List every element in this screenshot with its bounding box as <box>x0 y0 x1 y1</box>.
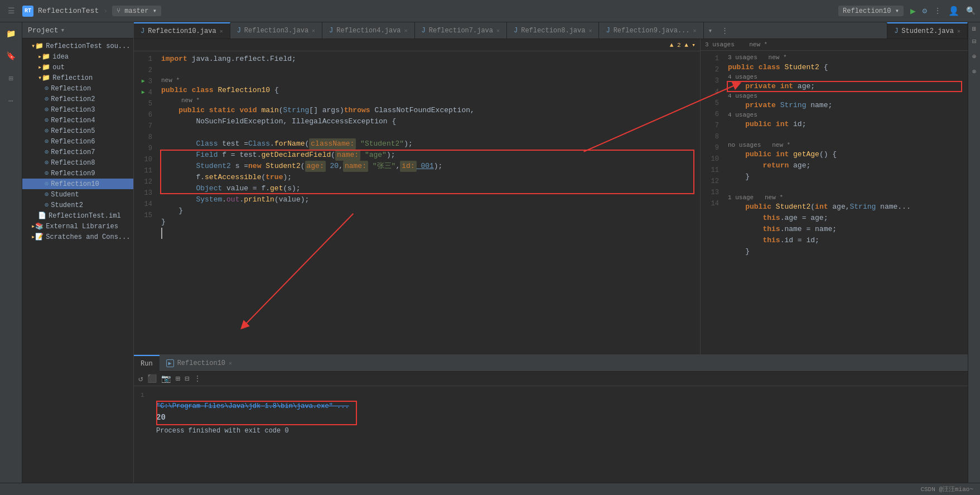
search-icon[interactable]: 🔍 <box>966 6 976 16</box>
close-tab-reflection7[interactable]: ✕ <box>496 27 500 34</box>
right-sidebar-icon-4[interactable]: ⊗ <box>972 68 976 76</box>
right-usage-5: no usages new * <box>726 141 963 149</box>
more-sidebar-icon[interactable]: ⋯ <box>4 94 18 107</box>
java-file-icon: J <box>514 27 518 35</box>
menu-icon[interactable]: ☰ <box>4 4 18 18</box>
tree-item-reflection8[interactable]: ⊙ Reflection8 <box>22 157 133 168</box>
run-output-finished: Process finished with exit code 0 <box>141 425 961 436</box>
run-toolbar: ↺ ⬛ 📷 ⊞ ⊟ ⋮ <box>134 372 968 386</box>
tab-reflection8[interactable]: J Reflection8.java ✕ <box>507 22 599 39</box>
tab-reflection9[interactable]: J Reflection9.java... ✕ <box>599 22 703 39</box>
left-code-lines: import java.lang.reflect.Field; new * pu… <box>159 54 700 352</box>
format-icon[interactable]: ⊞ <box>175 374 180 383</box>
code-line-15 <box>159 228 696 239</box>
tree-item-reflection10[interactable]: ⊙ Reflection10 <box>22 179 133 189</box>
run-tab[interactable]: Run <box>134 355 160 372</box>
tab-reflection10[interactable]: J Reflection10.java ✕ <box>134 22 230 39</box>
tab-more-btn[interactable]: ⋮ <box>717 26 733 35</box>
tree-item-out[interactable]: ▸📁 out <box>22 62 133 73</box>
code-line-7: Class test = Class . forName ( className… <box>159 138 696 150</box>
project-sidebar-icon[interactable]: 📁 <box>4 27 18 40</box>
folder-icon-idea: ▸📁 <box>38 52 50 61</box>
close-tab-reflection8[interactable]: ✕ <box>588 27 592 34</box>
right-sidebar-icon-3[interactable]: ⊕ <box>972 52 976 61</box>
tab-reflection4[interactable]: J Reflection4.java ✕ <box>322 22 414 39</box>
run-output-value: 20 <box>141 412 961 423</box>
file-icon-reflection9: ⊙ <box>45 169 49 177</box>
right-usage-header: 3 usages new * <box>726 53 963 62</box>
tree-item-reflection5[interactable]: ⊙ Reflection5 <box>22 126 133 136</box>
tab-overflow-btn[interactable]: ▾ <box>704 26 717 35</box>
tree-item-reflection7[interactable]: ⊙ Reflection7 <box>22 147 133 157</box>
tree-item-reflectiontest[interactable]: ▾📁 ReflectionTest sou... <box>22 41 133 51</box>
java-file-icon: J <box>606 27 610 35</box>
close-tab-reflection4[interactable]: ✕ <box>404 27 408 34</box>
close-tab-student2[interactable]: ✕ <box>957 28 960 35</box>
close-tab-reflection9[interactable]: ✕ <box>693 27 697 34</box>
file-icon-reflection3: ⊙ <box>45 105 49 114</box>
right-usage-2: 4 usages <box>726 73 963 81</box>
tree-item-student[interactable]: ⊙ Student <box>22 189 133 200</box>
new-marker-3: new * <box>159 76 696 85</box>
project-panel-header: Project ▾ <box>22 22 133 39</box>
close-run-config[interactable]: ✕ <box>229 360 232 367</box>
run-config-badge[interactable]: Reflection10 ▾ <box>838 6 904 16</box>
top-bar: ☰ RT ReflectionTest › ⑂ master ▾ Reflect… <box>0 0 980 22</box>
right-sidebar-icon-2[interactable]: ⊟ <box>972 37 976 46</box>
tree-item-scratches[interactable]: ▸📝 Scratches and Cons... <box>22 232 133 242</box>
tree-item-external-libs[interactable]: ▸📚 External Libraries <box>22 221 133 232</box>
folder-icon-reflection: ▾📁 <box>38 74 50 82</box>
bottom-panel: Run ▶ Reflection10 ✕ ↺ ⬛ 📷 ⊞ ⊟ ⋮ <box>134 354 968 483</box>
branch-badge[interactable]: ⑂ master ▾ <box>112 6 161 16</box>
run-button[interactable]: ▶ <box>910 6 916 17</box>
tree-item-reflection3[interactable]: ⊙ Reflection3 <box>22 104 133 115</box>
right-sidebar: ⊞ ⊟ ⊕ ⊗ <box>968 22 980 483</box>
debug-button[interactable]: ⚙ <box>923 6 927 16</box>
profile-icon[interactable]: 👤 <box>948 6 959 17</box>
editor-split: ▲ 2 ▲ ▾ 1 2 ▶3 ▶4 5 6 7 8 9 10 <box>134 39 968 354</box>
right-usage-4: 4 usages <box>726 111 963 119</box>
structure-icon[interactable]: ⊞ <box>4 71 18 85</box>
code-line-8: Field f = test. getDeclaredField ( name:… <box>159 150 696 161</box>
run-config-dropdown: ▾ <box>895 7 899 15</box>
right-code-line-8: } <box>726 171 963 182</box>
red-box-code-container: Field f = test. getDeclaredField ( name:… <box>159 150 696 194</box>
tree-item-student2[interactable]: ⊙ Student2 <box>22 200 133 210</box>
tree-item-reflection9[interactable]: ⊙ Reflection9 <box>22 168 133 179</box>
tree-item-reflection[interactable]: ⊙ Reflection <box>22 83 133 94</box>
tree-item-reflection4[interactable]: ⊙ Reflection4 <box>22 115 133 126</box>
close-tab-reflection10[interactable]: ✕ <box>220 28 223 35</box>
bookmark-icon[interactable]: 🔖 <box>4 49 18 63</box>
tree-item-iml[interactable]: 📄 ReflectionTest.iml <box>22 210 133 221</box>
tree-item-reflection6[interactable]: ⊙ Reflection6 <box>22 136 133 147</box>
code-line-13: } <box>159 205 696 217</box>
tab-student2[interactable]: J Student2.java ✕ <box>887 22 968 39</box>
right-red-box-container: private int age; <box>726 81 963 92</box>
restart-icon[interactable]: ↺ <box>138 374 143 383</box>
project-name: ReflectionTest <box>38 7 99 15</box>
run-config-tab[interactable]: ▶ Reflection10 ✕ <box>160 355 239 372</box>
settings-icon[interactable]: ⋮ <box>194 374 201 383</box>
tree-item-idea[interactable]: ▸📁 idea <box>22 51 133 62</box>
tree-item-reflection-folder[interactable]: ▾📁 Reflection <box>22 73 133 83</box>
more-button[interactable]: ⋮ <box>934 6 942 16</box>
screenshot-icon[interactable]: 📷 <box>161 374 171 383</box>
file-icon-reflection5: ⊙ <box>45 127 49 135</box>
right-sidebar-icon-1[interactable]: ⊞ <box>971 27 978 31</box>
tab-reflection7[interactable]: J Reflection7.java ✕ <box>415 22 507 39</box>
right-code-panel: 3 usages new * 1 2 3 4 5 6 7 8 9 10 <box>700 39 968 354</box>
tab-reflection3[interactable]: J Reflection3.java ✕ <box>230 22 322 39</box>
filter-icon[interactable]: ⊟ <box>185 374 189 383</box>
java-file-icon: J <box>237 27 241 35</box>
editor-area: J Reflection10.java ✕ J Reflection3.java… <box>134 22 968 483</box>
stop-icon[interactable]: ⬛ <box>147 374 157 383</box>
file-icon-student2: ⊙ <box>45 201 49 209</box>
code-line-5: NoSuchFieldException, IllegalAccessExcep… <box>159 116 696 127</box>
close-tab-reflection3[interactable]: ✕ <box>312 27 315 34</box>
run-tab-label: Run <box>141 360 153 368</box>
left-editor-warning: ▲ 2 ▲ ▾ <box>134 39 700 51</box>
right-code-line-13: this .id = id; <box>726 235 963 246</box>
bottom-tabs: Run ▶ Reflection10 ✕ <box>134 355 968 372</box>
tree-item-reflection2[interactable]: ⊙ Reflection2 <box>22 94 133 104</box>
file-icon-student: ⊙ <box>45 190 49 199</box>
